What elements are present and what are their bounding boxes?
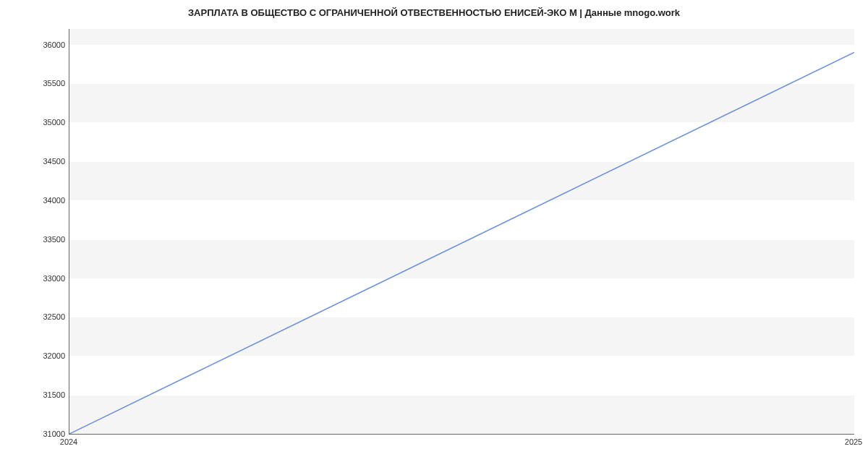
y-tick-label: 33500 [7, 235, 65, 244]
y-tick-label: 35500 [7, 79, 65, 87]
y-tick-label: 36000 [7, 40, 65, 49]
y-tick-label: 33000 [7, 274, 65, 283]
x-tick-label: 2024 [60, 437, 77, 446]
y-tick-label: 32500 [7, 312, 65, 321]
y-tick-label: 31500 [7, 390, 65, 399]
plot-area [69, 29, 854, 435]
y-tick-label: 35000 [7, 118, 65, 127]
x-tick-label: 2025 [845, 437, 862, 446]
gridline [69, 434, 854, 435]
chart-line [69, 29, 854, 434]
series-line [69, 52, 854, 434]
chart-container: ЗАРПЛАТА В ОБЩЕСТВО С ОГРАНИЧЕННОЙ ОТВЕС… [0, 0, 868, 470]
y-tick-label: 31000 [7, 430, 65, 438]
chart-title: ЗАРПЛАТА В ОБЩЕСТВО С ОГРАНИЧЕННОЙ ОТВЕС… [0, 7, 868, 18]
y-tick-label: 32000 [7, 351, 65, 360]
y-tick-label: 34500 [7, 157, 65, 166]
y-tick-label: 34000 [7, 196, 65, 205]
